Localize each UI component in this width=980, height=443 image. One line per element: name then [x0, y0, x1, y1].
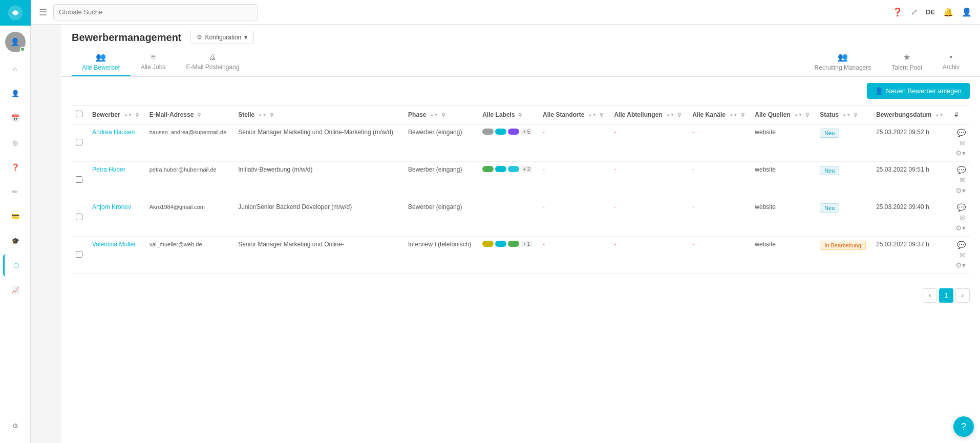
sidebar-item-edit[interactable]: ✏	[3, 180, 28, 203]
notification-icon[interactable]: 🔔	[943, 7, 953, 17]
mail-icon-1[interactable]: ✉	[960, 176, 966, 184]
sidebar-item-code[interactable]: ◎	[3, 131, 28, 154]
row-actions-1: 💬 ✉ ⚙▾	[954, 166, 966, 195]
th-alle-quellen[interactable]: Alle Quellen ▲▼ ⚲	[751, 106, 816, 124]
sidebar-item-learn[interactable]: 🎓	[3, 229, 28, 252]
expand-icon[interactable]: ⤢	[911, 7, 918, 17]
email-filter-icon[interactable]: ⚲	[197, 112, 201, 118]
abteilungen-filter-icon[interactable]: ⚲	[677, 112, 681, 118]
labels-filter-icon[interactable]: ⚲	[518, 112, 522, 118]
standorte-filter-icon[interactable]: ⚲	[600, 112, 603, 118]
abteilungen-dash: -	[614, 129, 616, 136]
question-icon[interactable]: ❓	[892, 7, 903, 17]
th-alle-kanaele[interactable]: Alle Kanäle ▲▼ ⚲	[688, 106, 751, 124]
th-email[interactable]: E-Mail-Adresse ⚲	[145, 106, 234, 124]
mail-icon-0[interactable]: ✉	[960, 139, 966, 147]
user-icon[interactable]: 👤	[962, 7, 972, 17]
td-bewerber: Petra Huber	[88, 162, 145, 199]
row-checkbox-2[interactable]	[76, 214, 82, 220]
tab-alle-jobs-label: Alle Jobs	[141, 64, 166, 71]
row-checkbox-0[interactable]	[76, 139, 82, 145]
th-phase[interactable]: Phase ▲▼ ⚲	[404, 106, 478, 124]
email-text-3: val_mueller@web.de	[150, 241, 202, 247]
tab-alle-jobs[interactable]: ≡ Alle Jobs	[131, 48, 176, 76]
th-status[interactable]: Status ▲▼ ⚲	[816, 106, 872, 124]
page-1-button[interactable]: 1	[939, 288, 953, 303]
td-standorte: -	[539, 199, 610, 237]
chat-icon-2[interactable]: 💬	[957, 203, 966, 212]
sidebar-item-card[interactable]: 💳	[3, 205, 28, 227]
kanaele-filter-icon[interactable]: ⚲	[741, 112, 744, 118]
new-bewerber-button[interactable]: 👤 Neuen Bewerber anlegen	[867, 83, 970, 99]
menu-icon[interactable]: ☰	[39, 7, 47, 18]
gear-chevron-icon-1[interactable]: ⚙▾	[955, 186, 966, 195]
th-alle-abteilungen[interactable]: Alle Abteilungen ▲▼ ⚲	[610, 106, 688, 124]
tag-dot	[508, 241, 519, 247]
content-area: 👤 Neuen Bewerber anlegen Bewerber ▲▼ ⚲	[61, 77, 980, 443]
td-email: petra.huber@hubermail.de	[145, 162, 234, 199]
app-logo[interactable]	[0, 0, 31, 26]
chat-icon-1[interactable]: 💬	[957, 166, 966, 174]
stelle-text-0: Senior Manager Marketing und Online-Mark…	[238, 129, 393, 136]
chat-icon-3[interactable]: 💬	[957, 241, 966, 249]
config-button[interactable]: ⚙ Konfiguration ▾	[190, 31, 254, 44]
tab-archiv[interactable]: ▪ Archiv	[932, 48, 970, 76]
gear-chevron-icon-3[interactable]: ⚙▾	[955, 261, 966, 269]
applicant-name-link-0[interactable]: Andrea Hausen	[92, 129, 135, 136]
alle-bewerber-icon: 👥	[96, 52, 106, 62]
sidebar: 👤 ⌂ 👤 📅 ◎ ❓ ✏ 💳 🎓 ⬡ 📈 ⚙	[0, 0, 31, 443]
next-page-button[interactable]: ›	[955, 288, 970, 303]
row-actions-3: 💬 ✉ ⚙▾	[954, 241, 966, 269]
td-stelle: Senior Manager Marketing und Online-Mark…	[234, 124, 404, 162]
help-widget-button[interactable]: ?	[953, 416, 974, 437]
sidebar-item-contacts[interactable]: 👤	[3, 82, 28, 104]
tab-email-posteingang[interactable]: 🖨 E-Mail Posteingang	[176, 48, 249, 76]
prev-page-button[interactable]: ‹	[923, 288, 937, 303]
mail-icon-3[interactable]: ✉	[960, 251, 966, 259]
tab-alle-bewerber[interactable]: 👥 Alle Bewerber	[72, 48, 131, 76]
abteilungen-dash: -	[614, 203, 616, 210]
applicant-name-link-3[interactable]: Valentina Müller	[92, 241, 136, 248]
language-selector[interactable]: DE	[926, 8, 935, 16]
td-bewerber: Artjom Kronev	[88, 199, 145, 237]
applicant-name-link-1[interactable]: Petra Huber	[92, 166, 125, 173]
status-dot	[20, 47, 25, 52]
row-checkbox-3[interactable]	[76, 251, 82, 258]
td-bewerber: Valentina Müller	[88, 237, 145, 274]
chat-icon-0[interactable]: 💬	[957, 129, 966, 137]
th-alle-standorte[interactable]: Alle Standorte ▲▼ ⚲	[539, 106, 610, 124]
search-input[interactable]	[53, 4, 258, 20]
sidebar-item-home[interactable]: ⌂	[3, 57, 28, 80]
tab-talent-pool[interactable]: ★ Talent Pool	[881, 48, 932, 76]
sidebar-item-share[interactable]: ⬡	[3, 254, 28, 277]
quellen-filter-icon[interactable]: ⚲	[805, 112, 809, 118]
th-bewerber[interactable]: Bewerber ▲▼ ⚲	[88, 106, 145, 124]
sidebar-item-settings[interactable]: ⚙	[3, 414, 28, 437]
status-filter-icon[interactable]: ⚲	[854, 112, 857, 118]
bewerber-filter-icon[interactable]: ⚲	[135, 112, 139, 118]
gear-chevron-icon-2[interactable]: ⚙▾	[955, 224, 966, 232]
archiv-icon: ▪	[949, 52, 952, 61]
th-stelle[interactable]: Stelle ▲▼ ⚲	[234, 106, 404, 124]
td-quellen: website	[751, 124, 816, 162]
mail-icon-2[interactable]: ✉	[960, 214, 966, 222]
sidebar-item-calendar[interactable]: 📅	[3, 107, 28, 129]
td-kanaele: -	[688, 199, 751, 237]
stelle-filter-icon[interactable]: ⚲	[270, 112, 273, 118]
applicant-name-link-2[interactable]: Artjom Kronev	[92, 203, 131, 210]
kanaele-dash: -	[692, 129, 694, 136]
tab-recruiting-managers[interactable]: 👥 Recruiting Managers	[804, 48, 882, 76]
th-bewerbungsdatum[interactable]: Bewerbungsdatum ▲▼	[872, 106, 950, 124]
select-all-checkbox[interactable]	[76, 111, 82, 117]
stelle-text-1: Initiativ-Bewerbung (m/w/d)	[238, 166, 312, 173]
user-avatar[interactable]: 👤	[5, 32, 26, 52]
th-alle-labels[interactable]: Alle Labels ⚲	[478, 106, 539, 124]
td-quellen: website	[751, 162, 816, 199]
sidebar-item-chart[interactable]: 📈	[3, 279, 28, 301]
phase-filter-icon[interactable]: ⚲	[441, 112, 445, 118]
row-checkbox-1[interactable]	[76, 176, 82, 183]
td-actions: 💬 ✉ ⚙▾	[950, 237, 970, 274]
sidebar-item-help[interactable]: ❓	[3, 156, 28, 178]
gear-chevron-icon-0[interactable]: ⚙▾	[955, 149, 966, 157]
td-stelle: Initiativ-Bewerbung (m/w/d)	[234, 162, 404, 199]
